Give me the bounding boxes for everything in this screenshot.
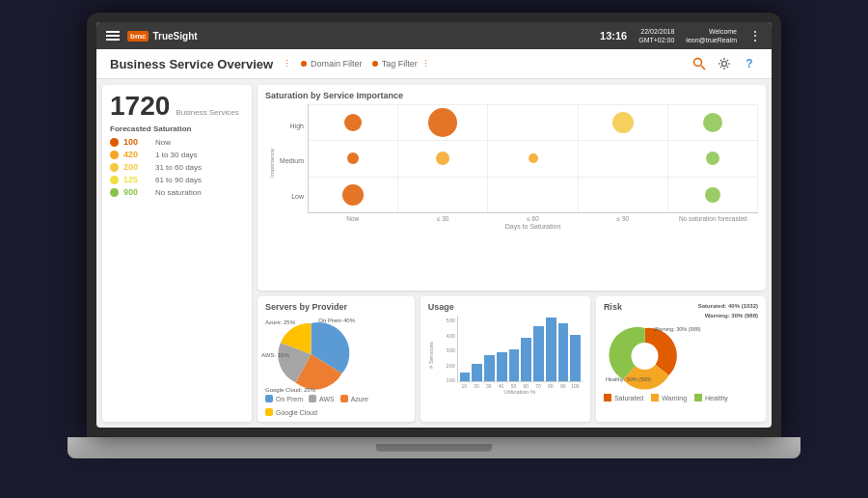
pie-label-onprem: On Prem 40% — [318, 318, 355, 323]
legend-dot-azure — [340, 395, 348, 402]
servers-title: Servers by Provider — [265, 302, 407, 312]
donut-label-warning: Warning: 30% (988) — [654, 326, 701, 332]
bottom-row: Servers by Provider — [258, 296, 766, 422]
svg-point-2 — [722, 62, 727, 67]
page-title: Business Service Overview — [110, 57, 273, 71]
risk-warn-label: Warning: 30% (988) — [705, 313, 758, 318]
brand-logo: bmc TrueSight — [127, 31, 198, 42]
risk-legend-warning: Warning — [651, 394, 687, 401]
svg-point-3 — [631, 343, 658, 370]
grid-cell-0-2 — [309, 177, 398, 212]
bar-item — [484, 355, 495, 381]
bubble — [706, 152, 719, 165]
bubble — [529, 153, 538, 163]
forecast-label: No saturation — [155, 188, 202, 197]
saturation-card: Saturation by Service Importance Importa… — [258, 85, 766, 290]
settings-button[interactable] — [716, 55, 733, 72]
bar-y-300: 300 — [438, 347, 455, 353]
tag-filter-icon[interactable]: ⋮ — [421, 59, 430, 69]
grid-cell-3-2 — [579, 177, 668, 212]
tag-filter-dot — [372, 61, 378, 67]
forecast-dot — [110, 138, 119, 147]
screen-bezel: bmc TrueSight 13:16 22/02/2018 GMT+02:00… — [87, 13, 781, 437]
hamburger-menu[interactable] — [106, 31, 120, 41]
title-info-icon[interactable]: ⋮ — [283, 59, 291, 69]
pie-legend: On Prem AWS Azure — [265, 395, 407, 416]
bubble — [344, 114, 362, 131]
bubble — [436, 152, 449, 165]
x-label-90: ≤ 90 — [578, 215, 667, 222]
grid-cell-1-0 — [398, 104, 488, 140]
legend-dot-onprem — [265, 395, 273, 402]
grid-cell-4-2 — [668, 177, 758, 212]
forecast-dot — [110, 188, 119, 197]
bmc-brand: bmc — [127, 31, 149, 42]
grid-cell-0-1 — [309, 140, 398, 176]
right-main: Saturation by Service Importance Importa… — [258, 85, 766, 422]
bubble — [428, 108, 457, 137]
x-axis: Now ≤ 30 ≤ 60 ≤ 90 No saturation forecas… — [308, 213, 758, 222]
risk-legend-healthy: Healthy — [694, 394, 728, 401]
screen: bmc TrueSight 13:16 22/02/2018 GMT+02:00… — [96, 22, 772, 428]
forecast-list: 100 Now 420 1 to 30 days 200 31 to 60 da… — [110, 137, 244, 197]
x-label-none: No saturation forecasted — [668, 215, 758, 222]
welcome-info: Welcome leon@trueRealm — [686, 27, 737, 44]
forecast-label: 31 to 60 days — [155, 163, 202, 172]
y-label-high: High — [279, 123, 308, 129]
risk-legend: Saturated Warning Healthy — [604, 394, 758, 401]
help-button[interactable]: ? — [741, 55, 758, 72]
left-panel: 1720 Business Services Forecasted Satura… — [102, 85, 252, 422]
usage-card: Usage # Services 500 400 300 200 100 — [420, 296, 590, 422]
pie-label-azure: Azure: 25% — [265, 319, 295, 325]
grid-cell-0-0 — [309, 104, 398, 140]
legend-gcloud: Google Cloud — [265, 408, 317, 416]
more-options-icon[interactable]: ⋮ — [748, 28, 762, 43]
forecast-num: 100 — [123, 137, 150, 147]
x-label-60: ≤ 60 — [488, 215, 578, 222]
bar-item — [497, 352, 507, 381]
forecast-dot — [110, 163, 119, 172]
bar-item — [546, 318, 556, 381]
tag-filter[interactable]: Tag Filter ⋮ — [372, 59, 430, 69]
bar-item — [558, 323, 569, 381]
forecast-dot — [110, 176, 119, 184]
forecast-label: Now — [155, 138, 171, 147]
dashboard: 1720 Business Services Forecasted Satura… — [96, 79, 772, 428]
forecast-label: 61 to 90 days — [155, 176, 202, 184]
bar-y-100: 100 — [438, 377, 455, 383]
grid-cell-2-2 — [488, 177, 578, 212]
domain-filter[interactable]: Domain Filter — [301, 59, 363, 69]
pie-label-gcloud: Google Cloud: 25% — [265, 387, 315, 393]
bar-y-400: 400 — [438, 333, 455, 339]
risk-legend-sat-dot — [604, 394, 611, 401]
forecast-item: 200 31 to 60 days — [110, 162, 244, 172]
grid-cell-1-2 — [398, 177, 488, 212]
y-label-medium: Medium — [279, 157, 308, 164]
usage-title: Usage — [428, 302, 583, 312]
laptop-frame: bmc TrueSight 13:16 22/02/2018 GMT+02:00… — [58, 13, 810, 485]
donut-wrapper: Warning: 30% (988) Healthy: 30% (500) — [604, 322, 686, 390]
service-count-label: Business Services — [176, 108, 238, 117]
forecast-dot — [110, 151, 119, 159]
x-label-30: ≤ 30 — [397, 215, 487, 222]
header-actions: ? — [691, 55, 758, 72]
legend-dot-gcloud — [265, 408, 273, 416]
top-bar-right: 13:16 22/02/2018 GMT+02:00 Welcome leon@… — [600, 27, 762, 44]
page-header-left: Business Service Overview ⋮ Domain Filte… — [110, 57, 430, 71]
x-label-now: Now — [308, 215, 397, 222]
bar-x-title: Utilization % — [457, 389, 583, 395]
bar-item — [533, 326, 544, 381]
forecast-num: 420 — [123, 150, 150, 159]
search-button[interactable] — [691, 55, 708, 72]
date-info: 22/02/2018 GMT+02:00 — [638, 27, 674, 44]
bar-y-500: 500 — [438, 318, 455, 323]
bubble — [703, 113, 722, 132]
grid-cell-4-0 — [668, 104, 758, 140]
stat-card: 1720 Business Services Forecasted Satura… — [102, 85, 252, 422]
forecast-title: Forecasted Saturation — [110, 124, 244, 133]
y-axis-title: Importance — [269, 149, 275, 178]
forecast-item: 100 Now — [110, 137, 244, 147]
pie-label-aws: AWS: 10% — [261, 352, 289, 358]
clock: 13:16 — [600, 30, 627, 42]
forecast-num: 200 — [123, 162, 150, 172]
